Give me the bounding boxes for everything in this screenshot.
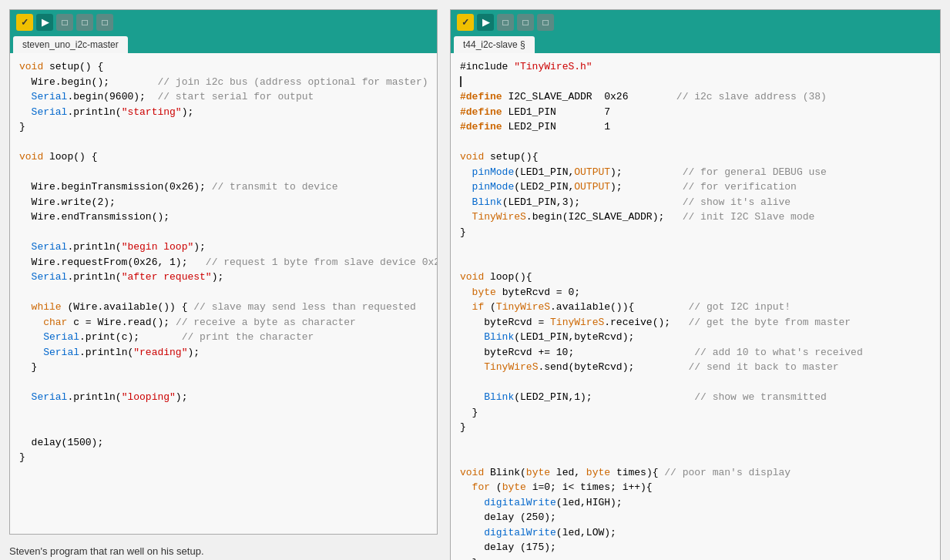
right-panel: ✓ ▶ □ □ □ t44_i2c-slave § #include "Tiny… [450,9,941,560]
left-open-btn[interactable]: □ [76,14,93,31]
right-editor: ✓ ▶ □ □ □ t44_i2c-slave § #include "Tiny… [450,9,941,560]
left-editor: ✓ ▶ □ □ □ steven_uno_i2c-master void set… [9,9,438,535]
left-code-area[interactable]: void setup() { Wire.begin(); // join i2c… [10,53,437,534]
left-panel: ✓ ▶ □ □ □ steven_uno_i2c-master void set… [9,9,438,560]
right-new-btn[interactable]: □ [497,14,514,31]
right-tab-bar: t44_i2c-slave § [451,35,940,53]
left-tab-label: steven_uno_i2c-master [22,39,119,50]
left-save-btn[interactable]: □ [96,14,113,31]
caption-line1: Steven's program that ran well on his se… [9,544,438,560]
caption: Steven's program that ran well on his se… [9,544,438,560]
left-toolbar: ✓ ▶ □ □ □ [10,10,437,35]
left-new-btn[interactable]: □ [56,14,73,31]
left-verify-btn[interactable]: ✓ [16,14,33,31]
left-tab[interactable]: steven_uno_i2c-master [13,36,128,53]
right-tab-label: t44_i2c-slave § [463,39,525,50]
right-code-area[interactable]: #include "TinyWireS.h" #define I2C_SLAVE… [451,53,940,560]
right-open-btn[interactable]: □ [517,14,534,31]
right-upload-btn[interactable]: ▶ [477,14,494,31]
right-verify-btn[interactable]: ✓ [457,14,474,31]
right-tab[interactable]: t44_i2c-slave § [454,36,535,53]
left-upload-btn[interactable]: ▶ [36,14,53,31]
left-tab-bar: steven_uno_i2c-master [10,35,437,53]
right-toolbar: ✓ ▶ □ □ □ [451,10,940,35]
right-save-btn[interactable]: □ [537,14,554,31]
